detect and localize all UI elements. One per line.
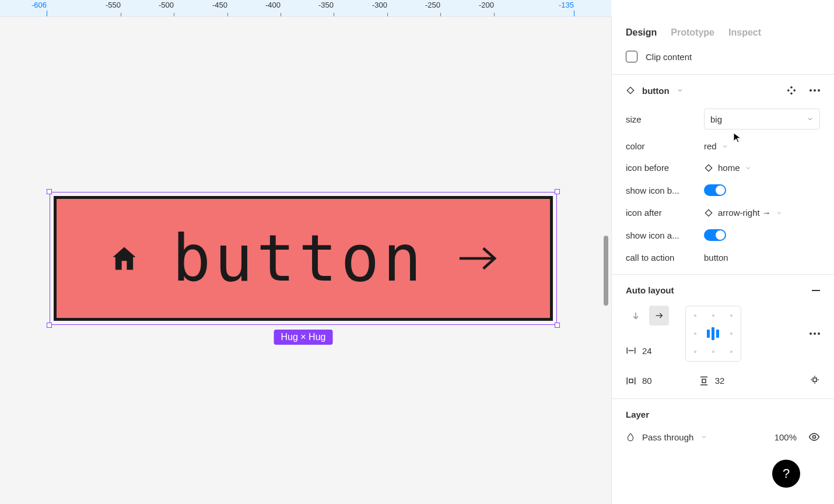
padding-expand-icon[interactable] (810, 374, 820, 385)
alignment-selector[interactable] (685, 306, 741, 362)
horizontal-ruler: -606 -550 -500 -450 -400 -350 -300 -250 … (0, 0, 611, 17)
vertical-scrollbar[interactable] (604, 236, 608, 306)
prop-size-label: size (626, 114, 702, 124)
ruler-tick: -550 (106, 0, 121, 10)
padding-vertical-icon (699, 376, 709, 386)
blend-mode-value[interactable]: Pass through (642, 432, 693, 442)
ruler-tick: -400 (265, 0, 281, 10)
direction-horizontal-button[interactable] (649, 306, 669, 326)
arrow-right-icon (457, 244, 498, 272)
opacity-value[interactable]: 100% (775, 432, 797, 442)
svg-rect-3 (705, 209, 712, 216)
component-name: button (642, 86, 670, 96)
ruler-tick: -500 (159, 0, 174, 10)
resize-handle-tl[interactable] (47, 189, 52, 194)
alignment-center-icon (707, 327, 719, 340)
chevron-down-icon (745, 164, 752, 172)
resize-handle-bl[interactable] (47, 323, 52, 328)
prop-icon-after-label: icon after (626, 208, 702, 218)
prop-color-label: color (626, 141, 702, 151)
prop-icon-before-select[interactable]: home (704, 163, 820, 173)
panel-tabs: Design Prototype Inspect (612, 17, 834, 38)
padding-horizontal-icon (626, 376, 636, 386)
component-icon (704, 208, 713, 218)
design-panel: Design Prototype Inspect Clip content bu… (611, 17, 834, 504)
svg-rect-11 (629, 379, 633, 383)
spacing-value[interactable]: 24 (642, 346, 652, 356)
selected-component[interactable]: button Hug × Hug (50, 192, 557, 325)
more-icon[interactable] (810, 89, 820, 92)
canvas[interactable]: button Hug × Hug (0, 17, 611, 504)
resize-handle-br[interactable] (555, 323, 560, 328)
tab-design[interactable]: Design (626, 27, 657, 38)
prop-show-icon-before-label: show icon b... (626, 186, 702, 195)
canvas-button-label: button (172, 226, 425, 290)
ruler-tick: -450 (212, 0, 227, 10)
prop-size-value: big (710, 114, 722, 124)
chevron-down-icon[interactable] (700, 433, 707, 440)
help-button[interactable]: ? (772, 460, 800, 488)
tab-inspect[interactable]: Inspect (728, 27, 761, 38)
padding-v-value[interactable]: 32 (715, 376, 725, 386)
component-icon (626, 86, 635, 95)
ruler-tick: -300 (372, 0, 387, 10)
prop-show-icon-before-toggle[interactable] (704, 184, 726, 196)
variants-icon[interactable] (786, 85, 797, 96)
prop-icon-before-label: icon before (626, 163, 702, 173)
prop-icon-before-value: home (718, 163, 740, 173)
prop-show-icon-after-label: show icon a... (626, 230, 702, 240)
prop-cta-value[interactable]: button (704, 253, 820, 262)
svg-rect-15 (813, 378, 817, 382)
prop-color-select[interactable]: red (704, 141, 820, 151)
ruler-start: -606 (31, 0, 47, 10)
home-icon (108, 243, 140, 274)
resize-handle-tr[interactable] (555, 189, 560, 194)
auto-layout-title: Auto layout (626, 285, 674, 295)
svg-rect-1 (627, 87, 633, 93)
component-icon (704, 163, 713, 173)
size-badge: Hug × Hug (274, 330, 333, 345)
clip-content-label: Clip content (646, 52, 692, 62)
svg-rect-14 (702, 379, 706, 383)
prop-icon-after-value: arrow-right → (718, 208, 771, 218)
prop-cta-label: call to action (626, 253, 702, 262)
spacing-between-icon (626, 345, 636, 356)
ruler-end: -135 (559, 0, 574, 10)
svg-rect-2 (705, 164, 712, 171)
remove-auto-layout-icon[interactable] (812, 290, 820, 291)
padding-h-value[interactable]: 80 (642, 376, 652, 386)
ruler-tick: -250 (425, 0, 440, 10)
layer-title: Layer (626, 410, 649, 419)
chevron-down-icon[interactable] (677, 87, 684, 94)
svg-point-20 (813, 436, 816, 439)
prop-size-select[interactable]: big (704, 108, 820, 130)
direction-vertical-button[interactable] (626, 306, 646, 326)
prop-color-value: red (704, 141, 717, 151)
ruler-tick: -200 (479, 0, 494, 10)
auto-layout-more-icon[interactable] (810, 332, 820, 335)
blend-mode-icon (626, 432, 635, 442)
clip-content-checkbox[interactable] (626, 51, 637, 62)
chevron-down-icon (807, 116, 814, 123)
prop-show-icon-after-toggle[interactable] (704, 229, 726, 241)
chevron-down-icon (721, 143, 728, 150)
visibility-icon[interactable] (808, 431, 820, 443)
canvas-button[interactable]: button (54, 196, 553, 321)
chevron-down-icon (776, 209, 783, 216)
tab-prototype[interactable]: Prototype (671, 27, 714, 38)
ruler-tick: -350 (318, 0, 334, 10)
prop-icon-after-select[interactable]: arrow-right → (704, 208, 820, 218)
